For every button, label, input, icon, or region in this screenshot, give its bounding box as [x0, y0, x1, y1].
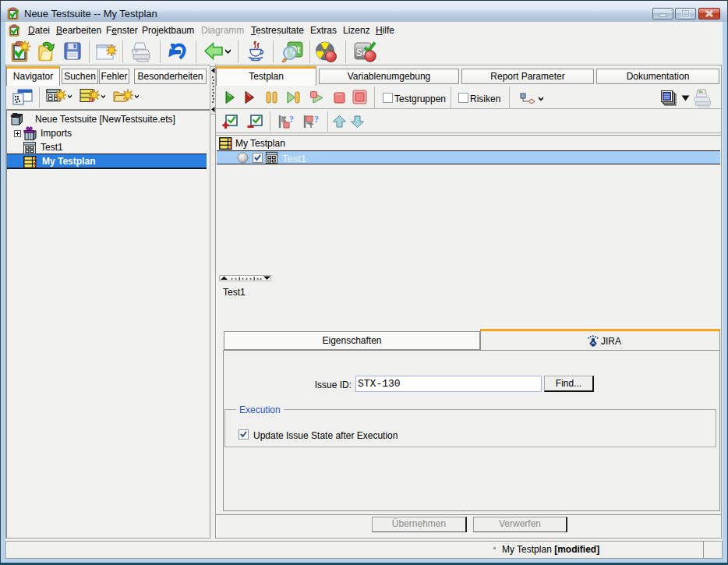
- svg-text:◄: ◄: [229, 145, 232, 149]
- svg-text:?: ?: [289, 114, 294, 125]
- svg-text:◄: ◄: [34, 164, 37, 168]
- svg-text:?: ?: [314, 114, 319, 125]
